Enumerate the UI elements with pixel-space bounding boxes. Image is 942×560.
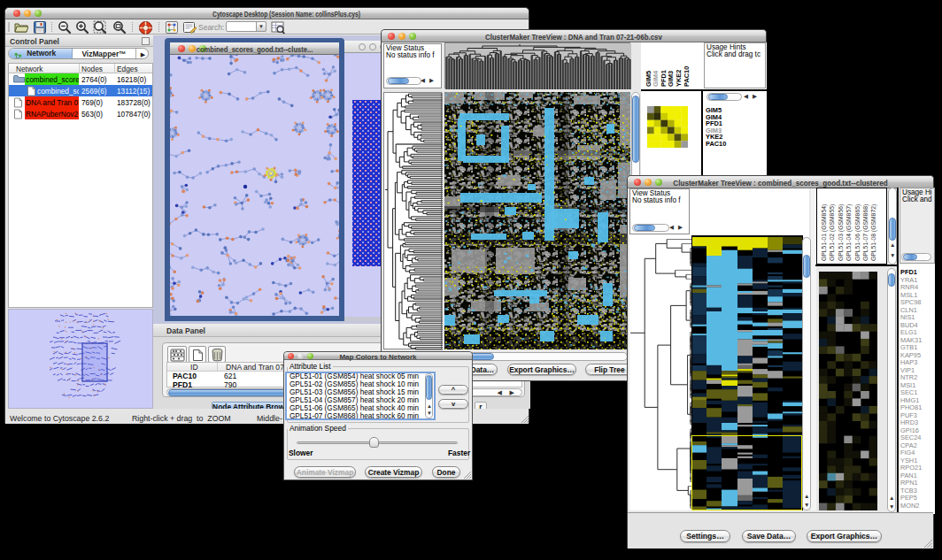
svg-text:GPL51-08 (GSM872): GPL51-08 (GSM872) [870,204,877,261]
svg-text:GPL51-07 (GSM868): GPL51-07 (GSM868) [862,204,869,261]
svg-text:GPL51-03 (GSM856): GPL51-03 (GSM856) [838,204,845,261]
svg-text:GPL51-02 (GSM855): GPL51-02 (GSM855) [829,204,836,261]
svg-text:GPL51-04 (GSM857): GPL51-04 (GSM857) [845,204,853,261]
svg-text:PAC10: PAC10 [683,66,691,87]
svg-text:GPL51-06 (GSM865): GPL51-06 (GSM865) [854,204,861,261]
svg-text:GPL51-01 (GSM854): GPL51-01 (GSM854) [821,204,828,261]
